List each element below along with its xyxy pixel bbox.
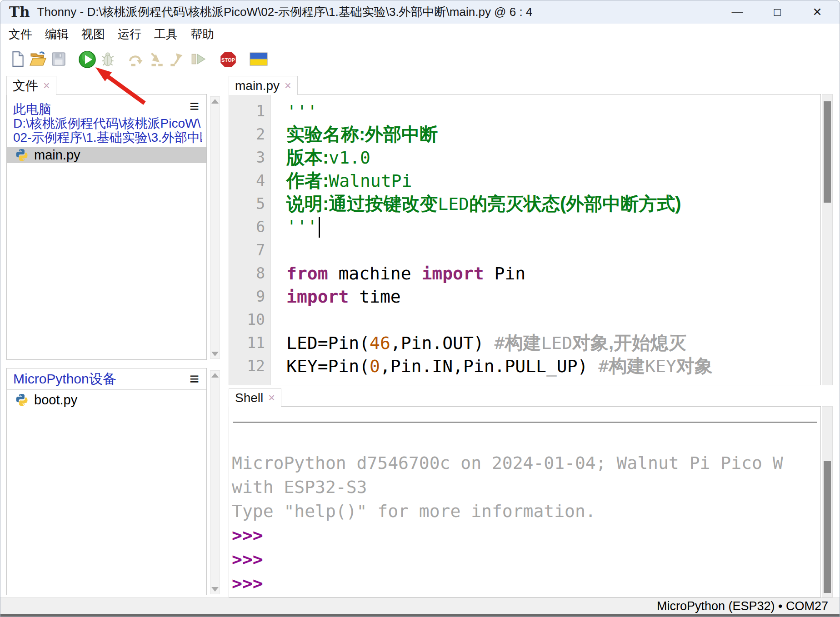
current-path-line1[interactable]: D:\核桃派例程代码\核桃派PicoW\: [13, 116, 202, 130]
device-scrollbar[interactable]: [210, 370, 220, 594]
files-panel-menu-icon[interactable]: ≡: [190, 98, 199, 114]
step-into-button[interactable]: [148, 50, 165, 68]
shell-lines: MicroPython d7546700c on 2024-01-04; Wal…: [232, 451, 809, 596]
window-controls: — □ ✕: [717, 0, 837, 24]
scroll-down-icon[interactable]: [211, 352, 219, 356]
step-out-icon: [168, 50, 185, 68]
menu-item-view[interactable]: 视图: [75, 26, 111, 42]
shell-prompt: >>>: [232, 523, 809, 547]
line-number: 10: [229, 311, 271, 328]
step-into-icon: [148, 50, 165, 68]
editor-scrollbar[interactable]: [822, 94, 833, 385]
ukraine-flag-button[interactable]: [249, 50, 268, 68]
code-line-5: 5说明:通过按键改变LED的亮灭状态(外部中断方式): [229, 192, 820, 215]
tab-shell[interactable]: Shell ×: [229, 388, 281, 407]
file-item-main-py[interactable]: main.py: [7, 147, 206, 163]
interpreter-status[interactable]: MicroPython (ESP32) • COM27: [657, 599, 828, 613]
window-title: Thonny - D:\核桃派例程代码\核桃派PicoW\02-示例程序\1.基…: [37, 4, 533, 20]
ukraine-flag-icon: [249, 50, 268, 68]
scroll-up-icon[interactable]: [211, 373, 219, 378]
line-number: 2: [229, 125, 271, 143]
line-number: 5: [229, 195, 271, 213]
close-button[interactable]: ✕: [797, 0, 837, 24]
files-scrollbar[interactable]: [210, 96, 220, 359]
micropython-device-panel: MicroPython设备 ≡ boot.py: [6, 368, 207, 595]
editor-scrollbar-thumb[interactable]: [824, 101, 831, 203]
menu-bar: 文件编辑视图运行工具帮助: [0, 24, 840, 45]
text-cursor: [319, 217, 320, 238]
code-line-9: 9import time: [229, 285, 820, 308]
line-number: 8: [229, 264, 271, 282]
tab-shell-close-icon[interactable]: ×: [268, 392, 275, 403]
stop-sign-icon: STOP: [219, 50, 237, 69]
tab-files-close-icon[interactable]: ×: [43, 80, 50, 91]
menu-item-tools[interactable]: 工具: [148, 26, 184, 42]
tab-files[interactable]: 文件 ×: [6, 76, 56, 95]
line-number: 12: [229, 357, 271, 375]
tab-files-label: 文件: [13, 77, 38, 95]
new-file-button[interactable]: [9, 50, 26, 68]
file-item-boot-py[interactable]: boot.py: [7, 392, 206, 408]
open-folder-icon: [29, 50, 46, 68]
window-bottom-edge: [0, 614, 840, 617]
step-over-button[interactable]: [127, 50, 145, 68]
debug-bug-icon: [99, 50, 116, 68]
code-line-8: 8from machine import Pin: [229, 262, 820, 285]
status-bar: MicroPython (ESP32) • COM27: [0, 597, 840, 614]
toolbar: STOP: [0, 45, 840, 75]
title-bar: Th Thonny - D:\核桃派例程代码\核桃派PicoW\02-示例程序\…: [0, 0, 840, 24]
code-line-3: 3版本:v1.0: [229, 146, 820, 169]
new-file-icon: [9, 50, 26, 68]
tab-main-py[interactable]: main.py ×: [229, 76, 298, 95]
shell-scrollbar[interactable]: [822, 406, 833, 597]
device-panel-title: MicroPython设备: [13, 370, 116, 388]
line-number: 11: [229, 334, 271, 352]
line-number: 3: [229, 149, 271, 166]
code-lines: 1'''2实验名称:外部中断3版本:v1.04作者:WalnutPi5说明:通过…: [229, 100, 820, 378]
file-name: main.py: [34, 148, 80, 163]
shell-output-line: Type "help()" for more information.: [232, 499, 809, 523]
menu-item-run[interactable]: 运行: [111, 26, 148, 42]
debug-script-button[interactable]: [99, 50, 116, 68]
step-over-icon: [127, 50, 145, 68]
shell-panel[interactable]: MicroPython d7546700c on 2024-01-04; Wal…: [229, 406, 821, 597]
shell-scrollbar-thumb[interactable]: [824, 461, 831, 593]
thonny-logo-icon: Th: [9, 5, 30, 19]
shell-prompt: >>>: [232, 572, 809, 596]
save-disk-icon: [50, 50, 67, 68]
code-line-12: 12KEY=Pin(0,Pin.IN,Pin.PULL_UP) #构建KEY对象: [229, 354, 820, 378]
line-number: 7: [229, 241, 271, 259]
python-file-icon: [15, 393, 29, 407]
code-line-4: 4作者:WalnutPi: [229, 169, 820, 192]
tab-main-py-label: main.py: [235, 79, 280, 93]
device-panel-menu-icon[interactable]: ≡: [190, 371, 199, 387]
line-number: 1: [229, 102, 271, 120]
menu-item-edit[interactable]: 编辑: [39, 26, 75, 42]
save-file-button[interactable]: [50, 50, 67, 68]
code-line-11: 11LED=Pin(46,Pin.OUT) #构建LED对象,开始熄灭: [229, 331, 820, 354]
this-pc-link[interactable]: 此电脑: [13, 102, 202, 116]
scroll-up-icon[interactable]: [211, 99, 219, 104]
tab-main-py-close-icon[interactable]: ×: [285, 80, 291, 91]
code-line-1: 1''': [229, 100, 820, 123]
file-name: boot.py: [34, 393, 77, 408]
python-file-icon: [15, 148, 29, 162]
menu-item-file[interactable]: 文件: [2, 26, 39, 42]
shell-separator: [233, 422, 817, 423]
run-script-button[interactable]: [78, 50, 95, 68]
device-panel-header: MicroPython设备 ≡: [7, 368, 206, 390]
line-number: 4: [229, 172, 271, 189]
current-path-line2[interactable]: 02-示例程序\1.基础实验\3.外部中断: [13, 130, 202, 144]
line-number: 6: [229, 218, 271, 236]
shell-output-line: with ESP32-S3: [232, 475, 809, 499]
code-editor[interactable]: 1'''2实验名称:外部中断3版本:v1.04作者:WalnutPi5说明:通过…: [229, 94, 821, 385]
code-line-7: 7: [229, 239, 820, 262]
scroll-down-icon[interactable]: [211, 587, 219, 592]
open-file-button[interactable]: [29, 50, 46, 68]
menu-item-help[interactable]: 帮助: [184, 26, 220, 42]
stop-restart-button[interactable]: STOP: [219, 50, 236, 68]
minimize-button[interactable]: —: [717, 0, 757, 24]
resume-button[interactable]: [189, 50, 206, 68]
step-out-button[interactable]: [168, 50, 185, 68]
maximize-button[interactable]: □: [757, 0, 797, 24]
